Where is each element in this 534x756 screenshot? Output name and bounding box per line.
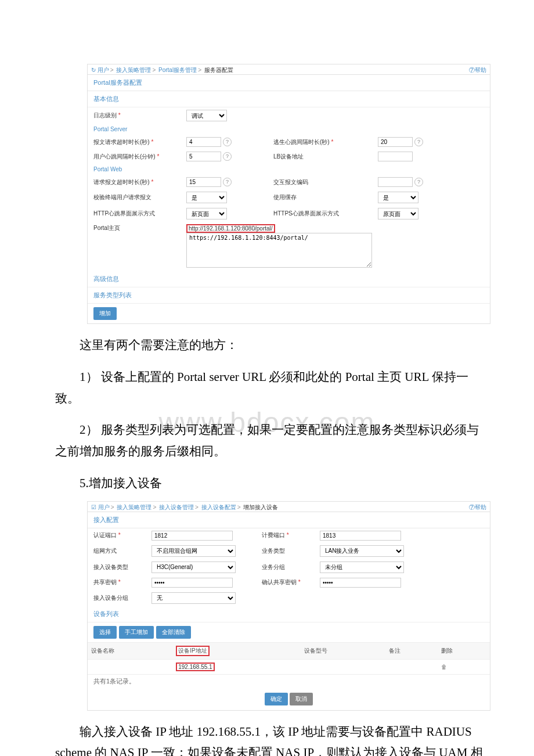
bc-link[interactable]: 接入设备配置	[201, 504, 236, 510]
check-icon: ☑	[91, 504, 96, 510]
bc-link[interactable]: 接入设备管理	[159, 504, 194, 510]
bc-current: 服务器配置	[204, 67, 233, 73]
portal-server-panel: ↻ 用户> 接入策略管理> Portal服务管理> 服务器配置 ⑦帮助 Port…	[87, 64, 490, 324]
help-icon[interactable]: ?	[414, 178, 423, 186]
acct-port-label: 计费端口 *	[262, 531, 320, 539]
col-remark: 备注	[385, 643, 438, 660]
heading: 5.增加接入设备	[55, 473, 490, 494]
shared-key-input[interactable]	[151, 578, 233, 588]
breadcrumb-bar: ↻ 用户> 接入策略管理> Portal服务管理> 服务器配置 ⑦帮助	[88, 64, 490, 75]
bc-link[interactable]: Portal服务管理	[158, 67, 197, 73]
section-basic: 基本信息	[88, 91, 490, 107]
help-link[interactable]: ⑦帮助	[469, 66, 486, 74]
portal-home-label: Portal主页	[93, 224, 186, 232]
add-button[interactable]: 增加	[93, 307, 117, 320]
shared-key-label: 共享密钥 *	[93, 578, 151, 586]
panel-tab: 接入配置	[88, 512, 490, 528]
bc-link[interactable]: 用户	[98, 504, 110, 510]
bc-link[interactable]: 接入策略管理	[116, 67, 151, 73]
section-device-list: 设备列表	[88, 606, 490, 622]
svc-type-label: 业务类型	[262, 547, 320, 555]
help-link[interactable]: ⑦帮助	[469, 503, 486, 512]
dev-group-select[interactable]: 无	[151, 592, 236, 604]
help-icon[interactable]: ?	[223, 138, 232, 146]
validate-select[interactable]: 是	[186, 192, 227, 203]
log-level-label: 日志级别 *	[93, 111, 186, 120]
svc-group-select[interactable]: 未分组	[320, 561, 404, 573]
team-mode-select[interactable]: 不启用混合组网	[151, 545, 236, 557]
breadcrumb: ☑ 用户> 接入策略管理> 接入设备管理> 接入设备配置> 增加接入设备	[91, 503, 278, 512]
req-timeout-label: 报文请求超时时长(秒) *	[93, 138, 186, 146]
pkt-encoding-label: 交互报文编码	[273, 178, 378, 186]
use-cache-select[interactable]: 是	[378, 192, 418, 203]
confirm-key-input[interactable]	[320, 578, 401, 588]
req-pkt-timeout-label: 请求报文超时时长(秒) *	[93, 178, 186, 186]
svc-group-label: 业务分组	[262, 563, 320, 571]
svc-type-select[interactable]: LAN接入业务	[320, 545, 404, 557]
select-button[interactable]: 选择	[93, 626, 117, 639]
paragraph: 1） 设备上配置的 Portal server URL 必须和此处的 Porta…	[55, 366, 490, 409]
dev-group-label: 接入设备分组	[93, 594, 151, 602]
paragraph: 这里有两个需要注意的地方：	[55, 334, 490, 356]
help-icon[interactable]: ?	[414, 138, 423, 146]
form-actions: 确定 取消	[88, 688, 490, 710]
portal-web-link[interactable]: Portal Web	[93, 166, 186, 172]
manual-add-button[interactable]: 手工增加	[119, 626, 154, 639]
bc-link[interactable]: 用户	[98, 67, 109, 73]
col-delete: 删除	[438, 643, 490, 660]
col-device-name: 设备名称	[88, 643, 172, 660]
user-hb-input[interactable]	[186, 152, 221, 161]
section-advanced: 高级信息	[88, 271, 490, 287]
device-table: 设备名称 设备IP地址 设备型号 备注 删除 192.168.55.1 🗑	[88, 643, 490, 675]
breadcrumb: ↻ 用户> 接入策略管理> Portal服务管理> 服务器配置	[91, 66, 233, 74]
help-icon[interactable]: ?	[223, 152, 232, 161]
device-panel: ☑ 用户> 接入策略管理> 接入设备管理> 接入设备配置> 增加接入设备 ⑦帮助…	[87, 501, 490, 711]
portal-server-link[interactable]: Portal Server	[93, 126, 186, 132]
https-hb-label: HTTPS心跳界面展示方式	[273, 210, 378, 218]
pkt-encoding-input[interactable]	[378, 177, 413, 187]
device-actions: 选择 手工增加 全部清除	[88, 622, 490, 643]
portal-url-highlight: http://192.168.1.120:8080/portal/	[186, 224, 275, 233]
use-cache-label: 使用缓存	[273, 193, 378, 201]
acct-port-input[interactable]	[320, 531, 401, 541]
validate-label: 校验终端用户请求报文	[93, 193, 186, 201]
portal-home-textarea[interactable]: https://192.168.1.120:8443/portal/	[186, 233, 372, 268]
col-device-model: 设备型号	[301, 643, 385, 660]
auth-port-input[interactable]	[151, 531, 233, 541]
req-pkt-timeout-input[interactable]	[186, 177, 221, 187]
log-level-select[interactable]: 调试	[186, 110, 227, 121]
col-device-ip: 设备IP地址	[172, 643, 300, 660]
panel-tab: Portal服务器配置	[88, 75, 490, 91]
clear-all-button[interactable]: 全部清除	[156, 626, 191, 639]
delete-icon[interactable]: 🗑	[441, 664, 447, 670]
bc-current: 增加接入设备	[243, 504, 278, 510]
escape-hb-label: 逃生心跳间隔时长(秒) *	[273, 138, 378, 146]
device-ip-cell: 192.168.55.1	[176, 663, 214, 671]
record-count: 共有1条记录。	[88, 675, 490, 688]
req-timeout-input[interactable]	[186, 137, 221, 147]
service-type-list[interactable]: 服务类型列表	[88, 287, 490, 304]
refresh-icon[interactable]: ↻	[91, 67, 96, 73]
escape-hb-input[interactable]	[378, 137, 413, 147]
https-hb-select[interactable]: 原页面	[378, 208, 418, 219]
http-hb-label: HTTP心跳界面展示方式	[93, 210, 186, 218]
user-hb-label: 用户心跳间隔时长(分钟) *	[93, 153, 186, 161]
http-hb-select[interactable]: 新页面	[186, 208, 227, 219]
breadcrumb-bar: ☑ 用户> 接入策略管理> 接入设备管理> 接入设备配置> 增加接入设备 ⑦帮助	[88, 502, 490, 512]
confirm-key-label: 确认共享密钥 *	[262, 578, 320, 586]
auth-port-label: 认证端口 *	[93, 531, 151, 539]
ok-button[interactable]: 确定	[265, 693, 288, 705]
dev-type-label: 接入设备类型	[93, 563, 151, 571]
team-mode-label: 组网方式	[93, 547, 151, 555]
bc-link[interactable]: 接入策略管理	[117, 504, 151, 510]
dev-type-select[interactable]: H3C(General)	[151, 561, 236, 573]
lb-label: LB设备地址	[273, 153, 378, 161]
lb-input[interactable]	[378, 152, 413, 161]
paragraph: 2） 服务类型列表为可选配置，如果一定要配置的注意服务类型标识必须与之前增加服务…	[55, 419, 490, 462]
table-row: 192.168.55.1 🗑	[88, 659, 490, 674]
help-icon[interactable]: ?	[223, 178, 232, 186]
cancel-button[interactable]: 取消	[290, 693, 313, 705]
paragraph: 输入接入设备 IP 地址 192.168.55.1，该 IP 地址需要与设备配置…	[55, 721, 490, 757]
